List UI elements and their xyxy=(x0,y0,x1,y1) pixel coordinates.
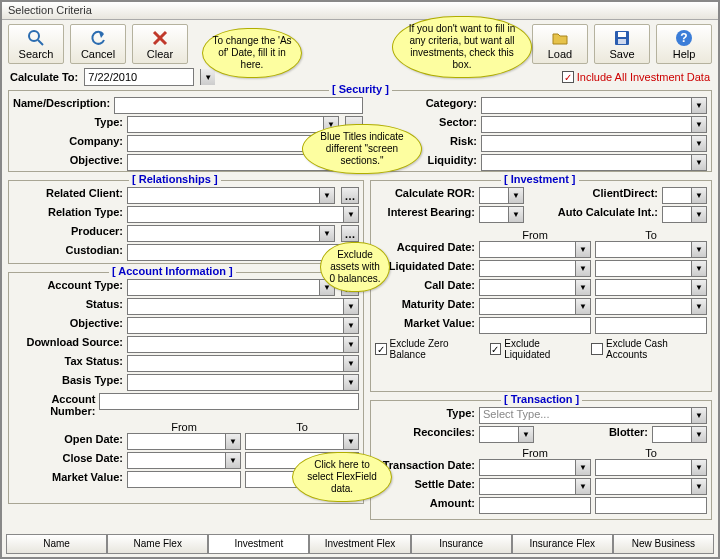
transaction-group: [ Transaction ] Type:Select Type...▼ Rec… xyxy=(370,400,712,520)
svg-rect-6 xyxy=(618,39,626,44)
auto-calc-combo[interactable]: ▼ xyxy=(662,206,707,223)
exclude-liquidated-checkbox[interactable]: ✓ xyxy=(490,343,502,355)
tab-insurance-flex[interactable]: Insurance Flex xyxy=(512,535,613,554)
related-client-combo[interactable]: ▼ xyxy=(127,187,335,204)
relationships-group: [ Relationships ] Related Client:▼… Rela… xyxy=(8,180,364,264)
include-all-label: Include All Investment Data xyxy=(577,71,710,83)
reconciles-combo[interactable]: ▼ xyxy=(479,426,534,443)
call-from[interactable]: ▼ xyxy=(479,279,591,296)
include-all-checkbox[interactable]: ✓ xyxy=(562,71,574,83)
open-date-from[interactable]: ▼ xyxy=(127,433,241,450)
inv-market-to[interactable] xyxy=(595,317,707,334)
tx-date-from[interactable]: ▼ xyxy=(479,459,591,476)
settle-from[interactable]: ▼ xyxy=(479,478,591,495)
help-icon: ? xyxy=(675,29,693,47)
tab-investment[interactable]: Investment xyxy=(208,535,309,554)
clear-icon xyxy=(151,29,169,47)
clear-button[interactable]: Clear xyxy=(132,24,188,64)
security-type-combo[interactable]: ▼ xyxy=(127,116,339,133)
close-date-from[interactable]: ▼ xyxy=(127,452,241,469)
client-direct-combo[interactable]: ▼ xyxy=(662,187,707,204)
settle-to[interactable]: ▼ xyxy=(595,478,707,495)
callout-include: If you don't want to fill in any criteri… xyxy=(392,16,532,78)
inv-market-from[interactable] xyxy=(479,317,591,334)
related-client-more[interactable]: … xyxy=(341,187,359,204)
download-source-combo[interactable]: ▼ xyxy=(127,336,359,353)
calculate-to-field[interactable]: 7/22/2010 xyxy=(84,68,194,86)
investment-group: [ Investment ] Calculate ROR:▼ ClientDir… xyxy=(370,180,712,392)
liquidated-from[interactable]: ▼ xyxy=(479,260,591,277)
status-combo[interactable]: ▼ xyxy=(127,298,359,315)
relationships-title: [ Relationships ] xyxy=(129,173,221,185)
account-type-combo[interactable]: ▼ xyxy=(127,279,335,296)
main-toolbar: Search Cancel Clear Load Save ? Help xyxy=(2,20,718,66)
exclude-cash-checkbox[interactable] xyxy=(591,343,603,355)
tab-name[interactable]: Name xyxy=(6,535,107,554)
callout-asof: To change the 'As of' Date, fill it in h… xyxy=(202,28,302,78)
tab-insurance[interactable]: Insurance xyxy=(411,535,512,554)
folder-icon xyxy=(551,29,569,47)
tab-new-business[interactable]: New Business xyxy=(613,535,714,554)
sector-combo[interactable]: ▼ xyxy=(481,116,707,133)
acct-market-from[interactable] xyxy=(127,471,241,488)
callout-zero: Exclude assets with 0 balances. xyxy=(320,242,390,292)
open-date-to[interactable]: ▼ xyxy=(245,433,359,450)
blotter-combo[interactable]: ▼ xyxy=(652,426,707,443)
name-description-input[interactable] xyxy=(114,97,363,114)
account-info-title: [ Account Information ] xyxy=(109,265,236,277)
calculate-to-dropdown[interactable]: ▼ xyxy=(200,69,215,85)
liquidated-to[interactable]: ▼ xyxy=(595,260,707,277)
amount-from[interactable] xyxy=(479,497,591,514)
investment-title: [ Investment ] xyxy=(501,173,579,185)
amount-to[interactable] xyxy=(595,497,707,514)
svg-line-1 xyxy=(38,40,43,45)
search-icon xyxy=(27,29,45,47)
tab-name-flex[interactable]: Name Flex xyxy=(107,535,208,554)
cancel-button[interactable]: Cancel xyxy=(70,24,126,64)
tx-type-combo[interactable]: Select Type...▼ xyxy=(479,407,707,424)
exclude-zero-checkbox[interactable]: ✓ xyxy=(375,343,387,355)
transaction-title: [ Transaction ] xyxy=(501,393,582,405)
maturity-from[interactable]: ▼ xyxy=(479,298,591,315)
search-button[interactable]: Search xyxy=(8,24,64,64)
basis-type-combo[interactable]: ▼ xyxy=(127,374,359,391)
svg-point-0 xyxy=(29,31,39,41)
svg-rect-5 xyxy=(618,32,626,37)
calc-ror-combo[interactable]: ▼ xyxy=(479,187,524,204)
window-title: Selection Criteria xyxy=(2,2,718,20)
help-button[interactable]: ? Help xyxy=(656,24,712,64)
tab-investment-flex[interactable]: Investment Flex xyxy=(309,535,410,554)
risk-combo[interactable]: ▼ xyxy=(481,135,707,152)
maturity-to[interactable]: ▼ xyxy=(595,298,707,315)
svg-text:?: ? xyxy=(680,31,687,45)
tx-date-to[interactable]: ▼ xyxy=(595,459,707,476)
call-to[interactable]: ▼ xyxy=(595,279,707,296)
account-number-input[interactable] xyxy=(99,393,359,410)
callout-flex: Click here to select FlexField data. xyxy=(292,452,392,502)
account-objective-combo[interactable]: ▼ xyxy=(127,317,359,334)
save-button[interactable]: Save xyxy=(594,24,650,64)
load-button[interactable]: Load xyxy=(532,24,588,64)
liquidity-combo[interactable]: ▼ xyxy=(481,154,707,171)
producer-more[interactable]: … xyxy=(341,225,359,242)
category-combo[interactable]: ▼ xyxy=(481,97,707,114)
tax-status-combo[interactable]: ▼ xyxy=(127,355,359,372)
security-title: [ Security ] xyxy=(329,83,392,95)
acquired-to[interactable]: ▼ xyxy=(595,241,707,258)
bottom-tabs: NameName FlexInvestmentInvestment FlexIn… xyxy=(6,534,714,554)
acquired-from[interactable]: ▼ xyxy=(479,241,591,258)
calculate-to-label: Calculate To: xyxy=(10,71,78,83)
save-icon xyxy=(613,29,631,47)
relation-type-combo[interactable]: ▼ xyxy=(127,206,359,223)
interest-bearing-combo[interactable]: ▼ xyxy=(479,206,524,223)
callout-blue: Blue Titles indicate different "screen s… xyxy=(302,124,422,174)
undo-icon xyxy=(89,29,107,47)
producer-combo[interactable]: ▼ xyxy=(127,225,335,242)
